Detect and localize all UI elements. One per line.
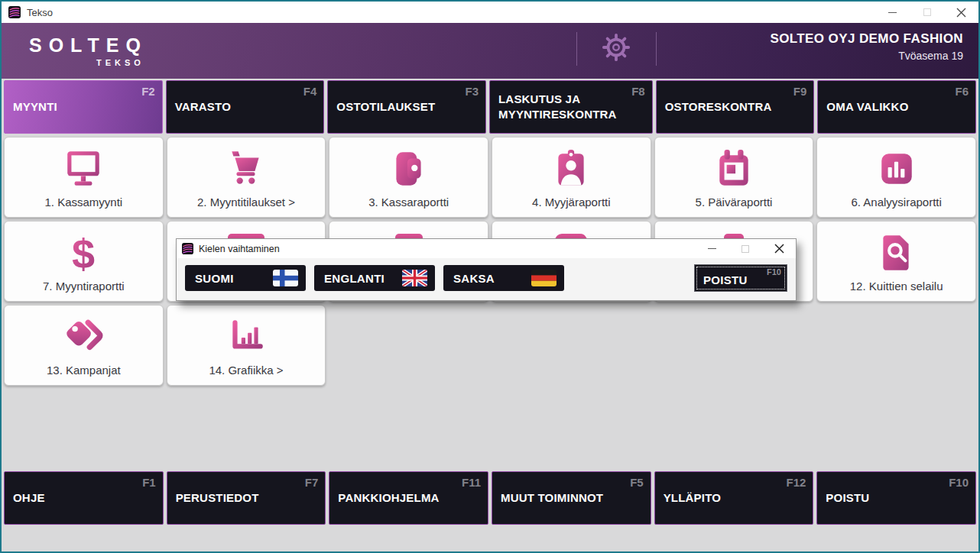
bottom-nav: OHJE F1 PERUSTIEDOT F7 PANKKIOHJELMA F11… (2, 471, 978, 525)
nav-tab-oma-valikko[interactable]: OMA VALIKKO F6 (817, 80, 976, 134)
dialog-maximize-button[interactable] (729, 239, 762, 258)
nav-label: OMA VALIKKO (826, 99, 908, 115)
maximize-icon (923, 8, 931, 16)
tags-icon (63, 306, 104, 364)
close-icon (774, 244, 784, 254)
nav-label: MUUT TOIMINNOT (501, 490, 603, 506)
tekso-app-icon (8, 6, 21, 18)
top-nav: MYYNTI F2 VARASTO F4 OSTOTILAUKSET F3 LA… (2, 80, 978, 134)
dialog-close-button[interactable] (762, 239, 796, 258)
nav-tab-ostotilaukset[interactable]: OSTOTILAUKSET F3 (327, 80, 486, 134)
tile-label: 13. Kampanjat (47, 364, 121, 385)
fkey-label: F2 (141, 85, 155, 98)
window-title: Tekso (27, 7, 53, 18)
tile-myyntitilaukset[interactable]: 2. Myyntitilaukset > (167, 137, 326, 218)
saksa-button[interactable]: SAKSA (443, 265, 564, 291)
solteq-logo-text: SOLTEQ (29, 34, 148, 57)
wallet-icon (388, 137, 430, 196)
app-header: SOLTEQ TEKSO SOLTEO (2, 23, 978, 79)
nav-perustiedot[interactable]: PERUSTIEDOT F7 (167, 471, 326, 525)
tile-label: 12. Kuittien selailu (850, 280, 943, 301)
poistu-label: POISTU (703, 273, 748, 286)
tile-label: 5. Päiväraportti (696, 196, 773, 217)
dialog-poistu-button[interactable]: POISTU F10 (694, 264, 787, 292)
dialog-body: SUOMI ENGLANTI (177, 258, 796, 300)
header-divider (656, 32, 657, 66)
fkey-label: F11 (462, 476, 481, 489)
minimize-button[interactable] (875, 2, 910, 23)
nav-label: LASKUTUS JA MYYNTIRESKONTRA (498, 92, 617, 123)
nav-tab-myynti[interactable]: MYYNTI F2 (4, 80, 163, 134)
finland-flag-icon (273, 270, 298, 286)
header-info: SOLTEO OYJ DEMO FASHION Tvöasema 19 (770, 31, 963, 62)
nav-label: MYYNTI (13, 99, 57, 115)
calendar-icon (713, 137, 754, 196)
dialog-minimize-button[interactable] (695, 239, 729, 258)
nav-ohje[interactable]: OHJE F1 (4, 471, 164, 525)
fkey-label: F10 (767, 267, 781, 276)
nav-tab-varasto[interactable]: VARASTO F4 (166, 80, 325, 134)
gear-icon[interactable] (602, 33, 631, 62)
svg-text:$: $ (72, 232, 95, 273)
header-divider (576, 32, 577, 66)
tile-analyysiraportti[interactable]: 6. Analyysiraportti (816, 137, 976, 218)
nav-tab-laskutus[interactable]: LASKUTUS JA MYYNTIRESKONTRA F8 (489, 80, 653, 134)
tile-label: 6. Analyysiraportti (851, 196, 941, 217)
tile-kampanjat[interactable]: 13. Kampanjat (4, 305, 164, 386)
company-name: SOLTEO OYJ DEMO FASHION (770, 31, 963, 47)
tile-label: 14. Grafiikka > (209, 364, 283, 385)
englanti-button[interactable]: ENGLANTI (314, 265, 435, 291)
nav-muut-toiminnot[interactable]: MUUT TOIMINNOT F5 (492, 471, 651, 525)
dialog-titlebar: Kielen vaihtaminen (177, 239, 796, 258)
tile-paivaraportti[interactable]: 5. Päiväraportti (654, 137, 814, 218)
tekso-app-icon (182, 243, 193, 254)
nav-yllapito[interactable]: YLLÄPITO F12 (654, 471, 814, 525)
tile-label: 2. Myyntitilaukset > (197, 196, 295, 217)
solteq-logo: SOLTEQ TEKSO (29, 34, 148, 67)
maximize-icon (741, 245, 749, 253)
germany-flag-icon (531, 270, 557, 286)
tekso-window: Tekso SOLTEQ TEKSO (0, 0, 980, 553)
close-button[interactable] (944, 2, 978, 23)
nav-label: OSTOTILAUKSET (336, 99, 435, 115)
nav-pankkiohjelma[interactable]: PANKKIOHJELMA F11 (329, 471, 488, 525)
fkey-label: F7 (305, 476, 319, 489)
graph-icon (226, 306, 267, 364)
dollar-icon: $ (63, 222, 104, 280)
nav-label: OSTORESKONTRA (665, 99, 772, 115)
fkey-label: F10 (949, 476, 969, 489)
nav-poistu[interactable]: POISTU F10 (816, 471, 976, 525)
language-label: ENGLANTI (324, 272, 385, 285)
nav-label: YLLÄPITO (664, 490, 722, 506)
tekso-logo-text: TEKSO (29, 58, 148, 67)
language-label: SUOMI (195, 272, 234, 285)
tile-kassaraportti[interactable]: 3. Kassaraportti (329, 137, 488, 218)
tile-label: 3. Kassaraportti (368, 196, 449, 217)
fkey-label: F12 (786, 476, 806, 489)
fkey-label: F4 (303, 85, 317, 98)
tile-myyjaraportti[interactable]: 4. Myyjäraportti (492, 137, 651, 218)
person-badge-icon (550, 137, 592, 196)
nav-label: PERUSTIEDOT (176, 490, 259, 506)
bar-chart-icon (876, 137, 917, 196)
tile-myyntiraportti[interactable]: $ 7. Myyntiraportti (4, 221, 164, 302)
language-label: SAKSA (453, 272, 495, 285)
tile-kuittien-selailu[interactable]: 12. Kuittien selailu (816, 221, 976, 302)
nav-tab-ostoreskontra[interactable]: OSTORESKONTRA F9 (656, 80, 815, 134)
minimize-icon (708, 248, 716, 249)
monitor-icon (63, 137, 104, 196)
suomi-button[interactable]: SUOMI (185, 265, 306, 291)
maximize-button[interactable] (910, 2, 944, 23)
minimize-icon (888, 12, 897, 13)
nav-label: POISTU (826, 490, 869, 506)
fkey-label: F3 (465, 85, 479, 98)
fkey-label: F8 (631, 85, 645, 98)
workstation-label: Tvöasema 19 (770, 50, 963, 62)
tile-kassamyynti[interactable]: 1. Kassamyynti (4, 137, 164, 218)
close-icon (956, 8, 966, 18)
window-titlebar: Tekso (2, 2, 978, 23)
fkey-label: F1 (142, 476, 156, 489)
fkey-label: F9 (793, 85, 807, 98)
tile-grafiikka[interactable]: 14. Grafiikka > (167, 305, 326, 386)
language-dialog: Kielen vaihtaminen SUOMI (176, 238, 797, 301)
